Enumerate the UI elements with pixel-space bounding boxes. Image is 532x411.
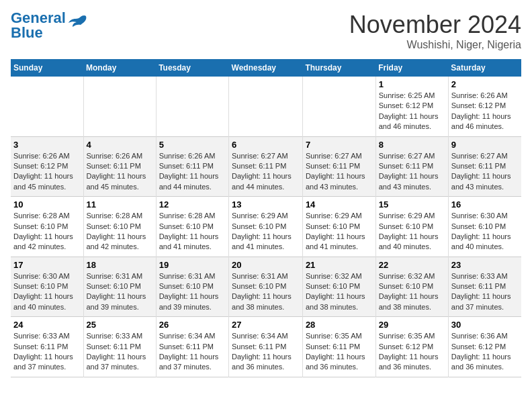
day-info: Sunrise: 6:26 AM Sunset: 6:12 PM Dayligh… [451, 91, 519, 132]
calendar-cell: 18Sunrise: 6:31 AM Sunset: 6:10 PM Dayli… [83, 257, 156, 317]
calendar-cell: 17Sunrise: 6:30 AM Sunset: 6:10 PM Dayli… [11, 257, 83, 317]
calendar-cell: 21Sunrise: 6:32 AM Sunset: 6:10 PM Dayli… [302, 257, 375, 317]
col-header-tuesday: Tuesday [156, 59, 228, 77]
day-number: 3 [13, 140, 81, 150]
calendar-cell [229, 77, 303, 136]
week-row-5: 24Sunrise: 6:33 AM Sunset: 6:11 PM Dayli… [11, 317, 521, 377]
day-number: 20 [232, 260, 300, 270]
calendar-cell: 23Sunrise: 6:33 AM Sunset: 6:11 PM Dayli… [448, 257, 521, 317]
day-number: 19 [159, 260, 226, 270]
logo-bird-icon [67, 13, 89, 32]
calendar-cell [156, 77, 228, 136]
col-header-friday: Friday [375, 59, 448, 77]
calendar-cell: 25Sunrise: 6:33 AM Sunset: 6:11 PM Dayli… [83, 317, 156, 377]
col-header-thursday: Thursday [302, 59, 375, 77]
calendar-cell [83, 77, 156, 136]
day-info: Sunrise: 6:35 AM Sunset: 6:12 PM Dayligh… [379, 331, 445, 373]
calendar-cell: 5Sunrise: 6:26 AM Sunset: 6:11 PM Daylig… [156, 136, 228, 197]
day-number: 6 [232, 140, 300, 150]
calendar-cell: 15Sunrise: 6:29 AM Sunset: 6:10 PM Dayli… [375, 197, 448, 257]
day-info: Sunrise: 6:33 AM Sunset: 6:11 PM Dayligh… [451, 271, 519, 313]
day-info: Sunrise: 6:28 AM Sunset: 6:10 PM Dayligh… [87, 211, 153, 253]
calendar-header-row: SundayMondayTuesdayWednesdayThursdayFrid… [11, 59, 521, 77]
calendar-table: SundayMondayTuesdayWednesdayThursdayFrid… [11, 59, 521, 377]
day-info: Sunrise: 6:34 AM Sunset: 6:11 PM Dayligh… [232, 331, 300, 373]
calendar-cell: 11Sunrise: 6:28 AM Sunset: 6:10 PM Dayli… [83, 197, 156, 257]
day-number: 23 [451, 260, 519, 270]
day-number: 13 [232, 199, 300, 210]
day-number: 18 [87, 260, 153, 270]
day-info: Sunrise: 6:26 AM Sunset: 6:11 PM Dayligh… [87, 151, 153, 193]
day-info: Sunrise: 6:28 AM Sunset: 6:10 PM Dayligh… [13, 211, 81, 253]
day-info: Sunrise: 6:36 AM Sunset: 6:12 PM Dayligh… [451, 331, 519, 373]
week-row-4: 17Sunrise: 6:30 AM Sunset: 6:10 PM Dayli… [11, 257, 521, 317]
day-number: 30 [451, 320, 519, 330]
day-info: Sunrise: 6:32 AM Sunset: 6:10 PM Dayligh… [379, 271, 445, 313]
calendar-cell: 28Sunrise: 6:35 AM Sunset: 6:11 PM Dayli… [302, 317, 375, 377]
day-number: 9 [451, 140, 519, 150]
calendar-body: 1Sunrise: 6:25 AM Sunset: 6:12 PM Daylig… [11, 77, 521, 377]
day-info: Sunrise: 6:34 AM Sunset: 6:11 PM Dayligh… [159, 331, 226, 373]
day-number: 4 [87, 140, 153, 150]
day-number: 12 [159, 199, 226, 210]
calendar-cell: 27Sunrise: 6:34 AM Sunset: 6:11 PM Dayli… [229, 317, 303, 377]
calendar-cell: 30Sunrise: 6:36 AM Sunset: 6:12 PM Dayli… [448, 317, 521, 377]
day-number: 22 [379, 260, 445, 270]
day-info: Sunrise: 6:28 AM Sunset: 6:10 PM Dayligh… [159, 211, 226, 253]
day-number: 7 [306, 140, 373, 150]
calendar-cell [302, 77, 375, 136]
calendar-cell: 26Sunrise: 6:34 AM Sunset: 6:11 PM Dayli… [156, 317, 228, 377]
calendar-cell: 8Sunrise: 6:27 AM Sunset: 6:11 PM Daylig… [375, 136, 448, 197]
day-info: Sunrise: 6:30 AM Sunset: 6:10 PM Dayligh… [451, 211, 519, 253]
calendar-cell: 16Sunrise: 6:30 AM Sunset: 6:10 PM Dayli… [448, 197, 521, 257]
day-info: Sunrise: 6:31 AM Sunset: 6:10 PM Dayligh… [87, 271, 153, 313]
col-header-wednesday: Wednesday [229, 59, 303, 77]
day-info: Sunrise: 6:35 AM Sunset: 6:11 PM Dayligh… [306, 331, 373, 373]
calendar-cell: 7Sunrise: 6:27 AM Sunset: 6:11 PM Daylig… [302, 136, 375, 197]
calendar-cell: 3Sunrise: 6:26 AM Sunset: 6:12 PM Daylig… [11, 136, 83, 197]
logo: General Blue [11, 11, 89, 40]
calendar-cell: 19Sunrise: 6:31 AM Sunset: 6:10 PM Dayli… [156, 257, 228, 317]
calendar-cell: 1Sunrise: 6:25 AM Sunset: 6:12 PM Daylig… [375, 77, 448, 136]
calendar-cell: 29Sunrise: 6:35 AM Sunset: 6:12 PM Dayli… [375, 317, 448, 377]
day-info: Sunrise: 6:32 AM Sunset: 6:10 PM Dayligh… [306, 271, 373, 313]
day-number: 14 [306, 199, 373, 210]
day-number: 24 [13, 320, 81, 330]
day-info: Sunrise: 6:29 AM Sunset: 6:10 PM Dayligh… [232, 211, 300, 253]
logo-text: General Blue [11, 11, 66, 40]
day-number: 27 [232, 320, 300, 330]
day-number: 2 [451, 79, 519, 89]
col-header-sunday: Sunday [11, 59, 83, 77]
day-number: 16 [451, 199, 519, 210]
week-row-3: 10Sunrise: 6:28 AM Sunset: 6:10 PM Dayli… [11, 197, 521, 257]
calendar-cell: 6Sunrise: 6:27 AM Sunset: 6:11 PM Daylig… [229, 136, 303, 197]
day-number: 8 [379, 140, 445, 150]
day-number: 29 [379, 320, 445, 330]
month-title: November 2024 [349, 11, 521, 39]
day-info: Sunrise: 6:29 AM Sunset: 6:10 PM Dayligh… [306, 211, 373, 253]
calendar-cell [11, 77, 83, 136]
calendar-cell: 12Sunrise: 6:28 AM Sunset: 6:10 PM Dayli… [156, 197, 228, 257]
day-number: 5 [159, 140, 226, 150]
calendar-cell: 14Sunrise: 6:29 AM Sunset: 6:10 PM Dayli… [302, 197, 375, 257]
day-info: Sunrise: 6:30 AM Sunset: 6:10 PM Dayligh… [13, 271, 81, 313]
week-row-1: 1Sunrise: 6:25 AM Sunset: 6:12 PM Daylig… [11, 77, 521, 136]
day-number: 15 [379, 199, 445, 210]
day-number: 1 [379, 79, 445, 89]
page-header: General Blue November 2024 Wushishi, Nig… [11, 11, 521, 51]
col-header-saturday: Saturday [448, 59, 521, 77]
day-number: 28 [306, 320, 373, 330]
calendar-cell: 13Sunrise: 6:29 AM Sunset: 6:10 PM Dayli… [229, 197, 303, 257]
day-number: 26 [159, 320, 226, 330]
day-info: Sunrise: 6:31 AM Sunset: 6:10 PM Dayligh… [232, 271, 300, 313]
calendar-cell: 9Sunrise: 6:27 AM Sunset: 6:11 PM Daylig… [448, 136, 521, 197]
week-row-2: 3Sunrise: 6:26 AM Sunset: 6:12 PM Daylig… [11, 136, 521, 197]
day-info: Sunrise: 6:27 AM Sunset: 6:11 PM Dayligh… [232, 151, 300, 193]
day-number: 21 [306, 260, 373, 270]
calendar-cell: 20Sunrise: 6:31 AM Sunset: 6:10 PM Dayli… [229, 257, 303, 317]
day-info: Sunrise: 6:27 AM Sunset: 6:11 PM Dayligh… [451, 151, 519, 193]
day-info: Sunrise: 6:29 AM Sunset: 6:10 PM Dayligh… [379, 211, 445, 253]
day-info: Sunrise: 6:33 AM Sunset: 6:11 PM Dayligh… [87, 331, 153, 373]
calendar-cell: 24Sunrise: 6:33 AM Sunset: 6:11 PM Dayli… [11, 317, 83, 377]
calendar-cell: 10Sunrise: 6:28 AM Sunset: 6:10 PM Dayli… [11, 197, 83, 257]
